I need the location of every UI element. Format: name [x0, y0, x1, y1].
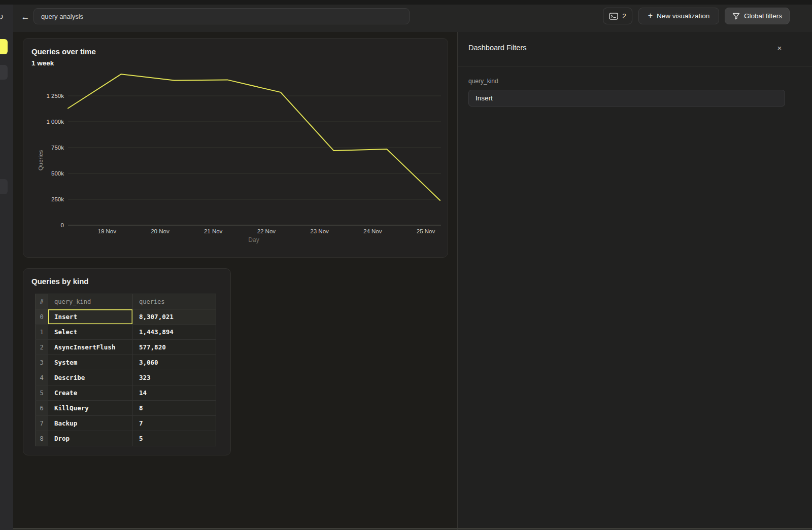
- row-index-cell: 0: [36, 309, 48, 325]
- row-index-cell: 8: [36, 431, 48, 446]
- query-kind-cell[interactable]: AsyncInsertFlush: [48, 340, 133, 355]
- column-header-query-kind[interactable]: query_kind: [48, 294, 133, 309]
- y-tick-label: 1 250k: [46, 93, 64, 99]
- queries-over-time-chart: 1 250k1 000k750k500k250k0 19 Nov20 Nov21…: [23, 70, 449, 248]
- x-tick-label: 23 Nov: [310, 228, 329, 234]
- queries-count-cell[interactable]: 323: [133, 370, 216, 385]
- window-top-strip: [0, 0, 812, 5]
- close-panel-button[interactable]: ×: [774, 42, 785, 53]
- query-kind-cell[interactable]: Backup: [48, 416, 133, 431]
- row-index-cell: 1: [36, 325, 48, 340]
- chart-subtitle: 1 week: [31, 59, 54, 67]
- filters-panel-title: Dashboard Filters: [468, 44, 526, 52]
- table-row: 0Insert8,307,021: [36, 309, 216, 325]
- query-kind-filter-input[interactable]: [468, 90, 785, 107]
- console-count: 2: [622, 12, 626, 20]
- y-tick-label: 750k: [51, 145, 64, 151]
- queries-count-cell[interactable]: 1,443,894: [133, 325, 216, 340]
- y-tick-label: 1 000k: [46, 119, 64, 125]
- top-bar: ← 2 + New visualization Global filters: [13, 5, 812, 32]
- table-row: 8Drop5: [36, 431, 216, 446]
- x-tick-label: 24 Nov: [363, 228, 382, 234]
- x-tick-label: 21 Nov: [204, 228, 223, 234]
- row-index-cell: 5: [36, 385, 48, 401]
- back-arrow-icon: ←: [21, 12, 30, 22]
- sidebar-item-active[interactable]: [0, 39, 8, 54]
- query-kind-cell[interactable]: Describe: [48, 370, 133, 385]
- back-button[interactable]: ←: [19, 10, 31, 24]
- sidebar-item[interactable]: [0, 65, 8, 80]
- chart-y-axis-title: Queries: [38, 150, 44, 171]
- sidebar-item[interactable]: [0, 179, 8, 194]
- dashboard-canvas: Queries over time 1 week 1 250k1 000k750…: [13, 32, 457, 530]
- table-row: 2AsyncInsertFlush577,820: [36, 340, 216, 355]
- queries-count-cell[interactable]: 7: [133, 416, 216, 431]
- y-tick-label: 0: [61, 222, 64, 228]
- dashboard-title-input[interactable]: [33, 8, 410, 24]
- queries-count-cell[interactable]: 8,307,021: [133, 309, 216, 325]
- table-row: 1Select1,443,894: [36, 325, 216, 340]
- queries-by-kind-card: Queries by kind # query_kind queries 0In…: [23, 268, 231, 455]
- new-visualization-button[interactable]: + New visualization: [638, 8, 719, 24]
- table-row: 6KillQuery8: [36, 401, 216, 416]
- panel-divider: [458, 66, 812, 66]
- query-kind-cell[interactable]: Create: [48, 385, 133, 401]
- queries-count-cell[interactable]: 577,820: [133, 340, 216, 355]
- funnel-icon: [732, 13, 740, 20]
- y-tick-label: 500k: [51, 170, 64, 176]
- x-tick-label: 19 Nov: [97, 228, 116, 234]
- query-kind-cell[interactable]: Select: [48, 325, 133, 340]
- close-icon: ×: [777, 44, 782, 52]
- queries-count-cell[interactable]: 5: [133, 431, 216, 446]
- query-kind-cell[interactable]: Drop: [48, 431, 133, 446]
- queries-count-cell[interactable]: 8: [133, 401, 216, 416]
- dashboard-filters-panel: Dashboard Filters × query_kind: [457, 32, 812, 530]
- chart-x-axis-title: Day: [248, 236, 259, 243]
- row-index-cell: 6: [36, 401, 48, 416]
- chart-y-tick-labels: 1 250k1 000k750k500k250k0: [46, 93, 64, 228]
- table-row: 7Backup7: [36, 416, 216, 431]
- queries-count-cell[interactable]: 14: [133, 385, 216, 401]
- row-index-cell: 3: [36, 355, 48, 370]
- chart-title: Queries over time: [31, 47, 96, 56]
- console-button[interactable]: 2: [603, 8, 632, 24]
- x-tick-label: 20 Nov: [151, 228, 170, 234]
- new-visualization-label: New visualization: [657, 12, 709, 20]
- queries-count-cell[interactable]: 3,060: [133, 355, 216, 370]
- queries-by-kind-table: # query_kind queries 0Insert8,307,0211Se…: [35, 294, 216, 446]
- global-filters-button[interactable]: Global filters: [725, 8, 790, 24]
- row-index-cell: 2: [36, 340, 48, 355]
- filter-field-label: query_kind: [468, 78, 498, 85]
- window-bottom-edge: [13, 528, 812, 529]
- plus-icon: +: [648, 11, 653, 20]
- app-sidebar: ↻: [0, 5, 13, 530]
- console-window-icon: [609, 13, 618, 20]
- chart-line-series: [68, 74, 440, 200]
- x-tick-label: 25 Nov: [417, 228, 435, 234]
- table-header-row: # query_kind queries: [36, 294, 216, 309]
- table-title: Queries by kind: [31, 277, 89, 286]
- y-tick-label: 250k: [51, 196, 64, 202]
- table-row: 4Describe323: [36, 370, 216, 385]
- column-header-queries[interactable]: queries: [133, 294, 216, 309]
- x-tick-label: 22 Nov: [257, 228, 276, 234]
- table-row: 5Create14: [36, 385, 216, 401]
- table-row: 3System3,060: [36, 355, 216, 370]
- column-header-index[interactable]: #: [36, 294, 48, 309]
- row-index-cell: 7: [36, 416, 48, 431]
- query-kind-cell[interactable]: System: [48, 355, 133, 370]
- row-index-cell: 4: [36, 370, 48, 385]
- global-filters-label: Global filters: [744, 12, 782, 20]
- chart-gridlines: [68, 96, 441, 225]
- query-kind-cell[interactable]: KillQuery: [48, 401, 133, 416]
- queries-over-time-card: Queries over time 1 week 1 250k1 000k750…: [23, 38, 448, 258]
- query-kind-cell[interactable]: Insert: [48, 309, 133, 325]
- history-icon[interactable]: ↻: [0, 12, 4, 22]
- chart-x-tick-labels: 19 Nov20 Nov21 Nov22 Nov23 Nov24 Nov25 N…: [97, 228, 435, 234]
